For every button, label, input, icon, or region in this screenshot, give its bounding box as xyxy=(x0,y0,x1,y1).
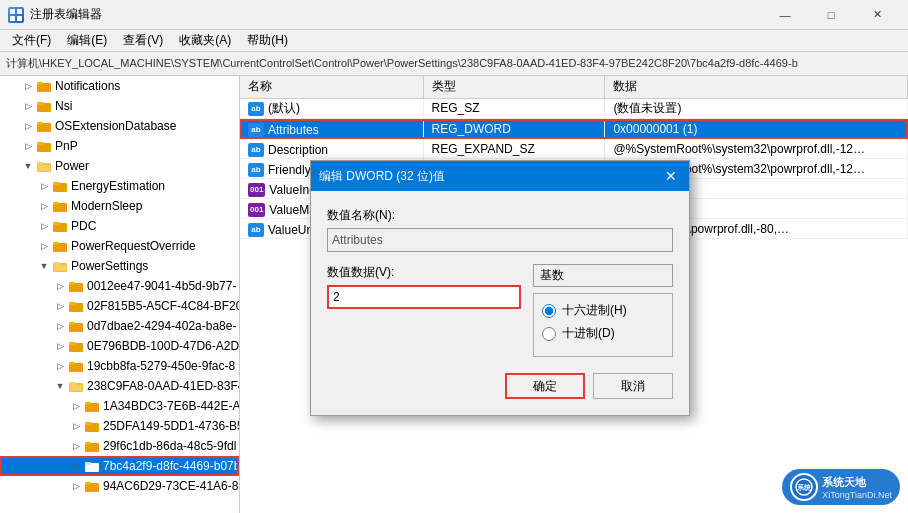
tree-item-key2[interactable]: ▷ 02F815B5-A5CF-4C84-BF20- xyxy=(0,296,239,316)
expand-icon: ▷ xyxy=(20,138,36,154)
row-data: @%SystemRoot%\system32\powrprof.dll,-12… xyxy=(605,139,908,159)
num-icon: 001 xyxy=(248,183,265,197)
dialog-close-button[interactable]: ✕ xyxy=(661,166,681,186)
dialog-titlebar: 编辑 DWORD (32 位)值 ✕ xyxy=(311,161,689,191)
value-input[interactable] xyxy=(327,285,521,309)
row-type: REG_DWORD xyxy=(423,119,605,139)
tree-item-osext[interactable]: ▷ OSExtensionDatabase xyxy=(0,116,239,136)
expand-icon: ▷ xyxy=(52,358,68,374)
row-type: REG_EXPAND_SZ xyxy=(423,139,605,159)
tree-item-energy[interactable]: ▷ EnergyEstimation xyxy=(0,176,239,196)
folder-icon xyxy=(36,99,52,113)
svg-rect-46 xyxy=(85,462,91,465)
expand-icon: ▷ xyxy=(68,418,84,434)
tree-item-notifications[interactable]: ▷ Notifications xyxy=(0,76,239,96)
tree-label: 25DFA149-5DD1-4736-B5 xyxy=(103,419,240,433)
radio-hex-input[interactable] xyxy=(542,304,556,318)
tree-item-powerreq[interactable]: ▷ PowerRequestOverride xyxy=(0,236,239,256)
tree-item-29f6[interactable]: ▷ 29f6c1db-86da-48c5-9fdl xyxy=(0,436,239,456)
tree-item-1a34[interactable]: ▷ 1A34BDC3-7E6B-442E-A9 xyxy=(0,396,239,416)
tree-label: PowerRequestOverride xyxy=(71,239,196,253)
svg-rect-0 xyxy=(10,9,15,14)
name-input[interactable] xyxy=(327,228,673,252)
tree-label: 1A34BDC3-7E6B-442E-A9 xyxy=(103,399,240,413)
tree-item-key1[interactable]: ▷ 0012ee47-9041-4b5d-9b77- xyxy=(0,276,239,296)
folder-icon xyxy=(84,419,100,433)
tree-item-pnp[interactable]: ▷ PnP xyxy=(0,136,239,156)
ok-button[interactable]: 确定 xyxy=(505,373,585,399)
expand-icon: ▷ xyxy=(52,278,68,294)
row-data: (数值未设置) xyxy=(605,98,908,119)
menu-favorites[interactable]: 收藏夹(A) xyxy=(171,30,239,51)
watermark-logo: 系统 xyxy=(790,473,818,501)
expand-icon: ▷ xyxy=(68,458,84,474)
tree-item-7bc4[interactable]: ▷ 7bc4a2f9-d8fc-4469-b07b xyxy=(0,456,239,476)
tree-label: 29f6c1db-86da-48c5-9fdl xyxy=(103,439,236,453)
menu-file[interactable]: 文件(F) xyxy=(4,30,59,51)
tree-label: 0012ee47-9041-4b5d-9b77- xyxy=(87,279,236,293)
base-section: 基数 十六进制(H) 十进制(D) xyxy=(533,264,673,357)
folder-icon xyxy=(36,139,52,153)
tree-item-key5[interactable]: ▷ 19cbb8fa-5279-450e-9fac-8 xyxy=(0,356,239,376)
cancel-button[interactable]: 取消 xyxy=(593,373,673,399)
svg-rect-48 xyxy=(85,482,91,485)
name-label: 数值名称(N): xyxy=(327,207,673,224)
tree-item-pdc[interactable]: ▷ PDC xyxy=(0,216,239,236)
tree-label: PnP xyxy=(55,139,78,153)
menu-edit[interactable]: 编辑(E) xyxy=(59,30,115,51)
tree-item-modernsleep[interactable]: ▷ ModernSleep xyxy=(0,196,239,216)
edit-dword-dialog: 编辑 DWORD (32 位)值 ✕ 数值名称(N): 数值数据(V): 基数 xyxy=(310,160,690,416)
tree-item-key3[interactable]: ▷ 0d7dbae2-4294-402a-ba8e- xyxy=(0,316,239,336)
ab-icon: ab xyxy=(248,143,264,157)
radio-hex-item[interactable]: 十六进制(H) xyxy=(542,302,664,319)
folder-icon xyxy=(68,279,84,293)
expand-icon: ▷ xyxy=(20,118,36,134)
svg-rect-20 xyxy=(53,222,59,225)
tree-item-key4[interactable]: ▷ 0E796BDB-100D-47D6-A2D5 xyxy=(0,336,239,356)
table-row[interactable]: ab Description REG_EXPAND_SZ @%SystemRoo… xyxy=(240,139,908,159)
folder-icon xyxy=(68,359,84,373)
close-button[interactable]: ✕ xyxy=(854,0,900,30)
base-title: 基数 xyxy=(533,264,673,287)
menu-view[interactable]: 查看(V) xyxy=(115,30,171,51)
tree-label: 0E796BDB-100D-47D6-A2D5 xyxy=(87,339,240,353)
menu-help[interactable]: 帮助(H) xyxy=(239,30,296,51)
tree-item-power[interactable]: ▼ Power xyxy=(0,156,239,176)
folder-icon xyxy=(52,239,68,253)
svg-rect-24 xyxy=(53,262,59,265)
watermark: 系统 系统天地 XiTongTianDi.Net xyxy=(782,469,900,505)
ab-icon: ab xyxy=(248,102,264,116)
radio-dec-item[interactable]: 十进制(D) xyxy=(542,325,664,342)
svg-rect-33 xyxy=(69,342,75,345)
folder-icon xyxy=(84,479,100,493)
tree-item-25df[interactable]: ▷ 25DFA149-5DD1-4736-B5 xyxy=(0,416,239,436)
table-row-attributes[interactable]: ab Attributes REG_DWORD 0x00000001 (1) xyxy=(240,119,908,139)
table-row[interactable]: ab (默认) REG_SZ (数值未设置) xyxy=(240,98,908,119)
svg-rect-31 xyxy=(69,322,75,325)
tree-label: Notifications xyxy=(55,79,120,93)
expand-icon: ▼ xyxy=(52,378,68,394)
tree-item-powersettings[interactable]: ▼ PowerSettings xyxy=(0,256,239,276)
folder-icon xyxy=(68,339,84,353)
tree-item-94ac[interactable]: ▷ 94AC6D29-73CE-41A6-80 xyxy=(0,476,239,496)
svg-rect-29 xyxy=(69,302,75,305)
row-name: ab Description xyxy=(240,139,423,159)
tree-item-238c[interactable]: ▼ 238C9FA8-0AAD-41ED-83F4- xyxy=(0,376,239,396)
maximize-button[interactable]: □ xyxy=(808,0,854,30)
folder-icon xyxy=(84,399,100,413)
row-name: ab (默认) xyxy=(240,98,423,119)
tree-label: 02F815B5-A5CF-4C84-BF20- xyxy=(87,299,240,313)
svg-rect-7 xyxy=(37,102,43,105)
radio-dec-input[interactable] xyxy=(542,327,556,341)
folder-icon xyxy=(36,119,52,133)
ab-icon: ab xyxy=(248,123,264,137)
tree-label: 238C9FA8-0AAD-41ED-83F4- xyxy=(87,379,240,393)
tree-label: EnergyEstimation xyxy=(71,179,165,193)
minimize-button[interactable]: — xyxy=(762,0,808,30)
col-type: 类型 xyxy=(423,76,605,98)
col-data: 数据 xyxy=(605,76,908,98)
svg-rect-40 xyxy=(85,402,91,405)
expand-icon: ▷ xyxy=(36,238,52,254)
tree-item-nsi[interactable]: ▷ Nsi xyxy=(0,96,239,116)
base-group: 十六进制(H) 十进制(D) xyxy=(533,293,673,357)
